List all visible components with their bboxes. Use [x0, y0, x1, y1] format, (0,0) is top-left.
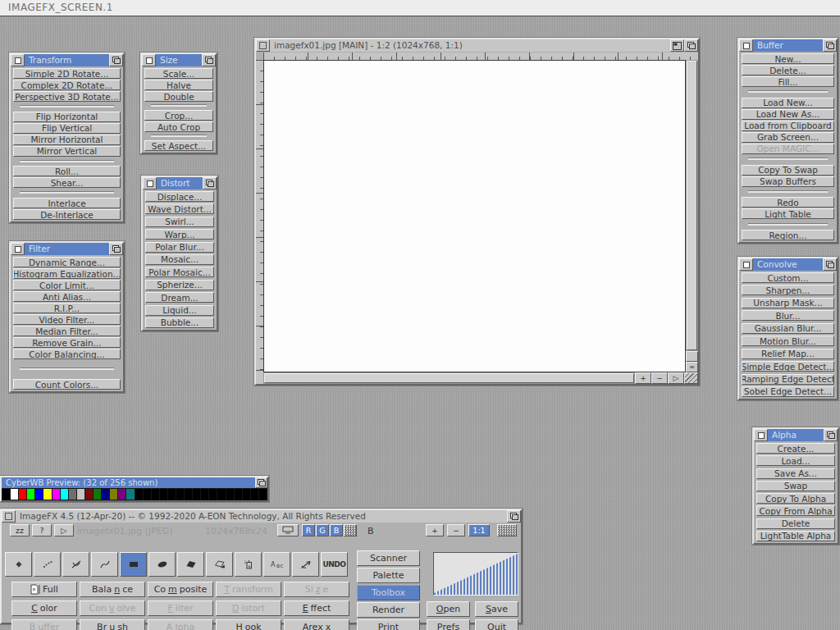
color-swatch[interactable]: [69, 489, 76, 500]
button-open-magic[interactable]: Open MAGIC...: [742, 144, 834, 154]
color-swatch[interactable]: [235, 489, 242, 500]
button-quit[interactable]: Quit: [475, 619, 518, 630]
button-shear[interactable]: Shear...: [13, 177, 121, 188]
button-light-table[interactable]: Light Table: [742, 208, 834, 219]
button-custom[interactable]: Custom...: [742, 272, 834, 283]
depth-icon[interactable]: [684, 39, 698, 52]
sleep-button[interactable]: zz: [10, 524, 30, 536]
point-tool-button[interactable]: [5, 552, 32, 577]
color-swatch[interactable]: [94, 489, 101, 500]
button-complex-2d-rotate[interactable]: Complex 2D Rotate...: [13, 80, 121, 90]
color-swatch[interactable]: [193, 489, 200, 500]
color-swatch[interactable]: [102, 489, 109, 500]
button-effect[interactable]: Effect: [284, 600, 349, 616]
button-warp[interactable]: Warp...: [145, 229, 214, 240]
button-perspective-3d-rotate[interactable]: Perspective 3D Rotate...: [13, 91, 121, 102]
color-swatch[interactable]: [52, 489, 60, 500]
zoom-in-button[interactable]: +: [635, 372, 651, 384]
zoom-gadget-icon[interactable]: [670, 39, 684, 52]
depth-icon[interactable]: [823, 39, 837, 52]
button-remove-grain[interactable]: Remove Grain...: [13, 337, 121, 348]
close-icon[interactable]: [739, 39, 753, 52]
screen-mode-icon[interactable]: ≡: [686, 362, 698, 372]
button-liquid[interactable]: Liquid...: [145, 305, 214, 316]
button-set-aspect[interactable]: Set Aspect...: [144, 140, 213, 151]
button-print[interactable]: Print: [357, 619, 420, 630]
button-bubble[interactable]: Bubble...: [145, 317, 214, 328]
button-create[interactable]: Create...: [756, 443, 835, 454]
undo-button[interactable]: UNDO: [321, 552, 348, 577]
button-render[interactable]: Render: [357, 602, 420, 618]
freehand-shape-tool-button[interactable]: [206, 552, 233, 577]
button-median-filter[interactable]: Median Filter...: [13, 326, 121, 336]
button-flip-horizontal[interactable]: Flip Horizontal: [13, 112, 121, 122]
button-buffer[interactable]: Buffer: [11, 619, 77, 630]
vertical-scrollbar-thumb[interactable]: [687, 61, 697, 350]
button-mirror-horizontal[interactable]: Mirror Horizontal: [13, 135, 121, 145]
button-auto-crop[interactable]: Auto Crop: [144, 121, 213, 132]
close-icon[interactable]: [143, 177, 157, 189]
color-swatch[interactable]: [243, 489, 250, 500]
polygon-tool-button[interactable]: [177, 552, 204, 577]
line-tool-button[interactable]: [62, 552, 89, 577]
button-load-new-as[interactable]: Load New As...: [742, 109, 834, 120]
button-save-as[interactable]: Save As...: [756, 468, 835, 479]
close-icon[interactable]: [11, 54, 25, 66]
color-swatch[interactable]: [176, 489, 184, 500]
button-wave-distort[interactable]: Wave Distort...: [145, 203, 214, 214]
button-transform[interactable]: Transform: [216, 582, 281, 597]
button-brush[interactable]: Brush: [80, 619, 145, 630]
button-hook[interactable]: Hook: [216, 619, 281, 630]
button-mosaic[interactable]: Mosaic...: [145, 254, 214, 265]
play-icon[interactable]: ▷: [54, 524, 74, 536]
button-dream[interactable]: Dream...: [145, 292, 214, 303]
vertical-scrollbar[interactable]: ≡: [686, 60, 698, 372]
button-gaussian-blur[interactable]: Gaussian Blur...: [742, 323, 834, 334]
depth-icon[interactable]: [203, 177, 217, 189]
button-delete[interactable]: Delete: [756, 518, 835, 529]
button-save[interactable]: Save: [475, 601, 518, 617]
horizontal-scrollbar-thumb[interactable]: [264, 373, 634, 383]
button-interlace[interactable]: Interlace: [13, 198, 121, 208]
red-channel-toggle[interactable]: R: [302, 524, 315, 536]
button-prefs[interactable]: Prefs: [427, 619, 470, 630]
button-delete[interactable]: Delete...: [742, 65, 834, 75]
button-distort[interactable]: Distort: [216, 600, 281, 616]
green-channel-toggle[interactable]: G: [316, 524, 329, 536]
button-blur[interactable]: Blur...: [742, 310, 834, 321]
close-icon[interactable]: [2, 510, 16, 523]
button-grab-screen[interactable]: Grab Screen...: [742, 132, 834, 143]
color-swatch[interactable]: [259, 489, 267, 500]
color-swatch[interactable]: [135, 489, 143, 500]
button-halve[interactable]: Halve: [144, 80, 213, 90]
close-icon[interactable]: [256, 39, 270, 52]
button-flip-vertical[interactable]: Flip Vertical: [13, 123, 121, 134]
button-palette[interactable]: Palette: [357, 568, 420, 583]
airbrush-tool-button[interactable]: a: [235, 552, 262, 577]
zoom-in-button[interactable]: +: [426, 524, 444, 536]
button-simple-edge-detect[interactable]: Simple Edge Detect...: [742, 361, 834, 372]
depth-icon[interactable]: [202, 54, 216, 66]
button-open[interactable]: Open: [427, 601, 470, 617]
button-alpha[interactable]: Alpha: [148, 619, 213, 630]
button-size[interactable]: Size: [284, 582, 349, 597]
color-swatch[interactable]: [118, 489, 126, 500]
box-tool-button[interactable]: [120, 552, 147, 577]
depth-icon[interactable]: [823, 258, 837, 271]
button-swirl[interactable]: Swirl...: [145, 217, 214, 227]
button-composite[interactable]: Composite: [148, 582, 213, 597]
zoom-out-button[interactable]: −: [447, 524, 465, 536]
help-button[interactable]: ?: [32, 524, 52, 536]
image-titlebar[interactable]: imagefx01.jpg [MAIN] - 1:2 (1024x768, 1:…: [256, 39, 698, 52]
freehand-tool-button[interactable]: [34, 552, 61, 577]
button-redo[interactable]: Redo: [742, 197, 834, 208]
color-swatch[interactable]: [110, 489, 117, 500]
button-scanner[interactable]: Scanner: [357, 550, 420, 566]
button-video-filter[interactable]: Video Filter...: [13, 314, 121, 325]
button-polar-mosaic[interactable]: Polar Mosaic...: [145, 267, 214, 277]
monitor-icon[interactable]: [277, 524, 299, 536]
button-swap-buffers[interactable]: Swap Buffers: [742, 176, 834, 187]
button-spherize[interactable]: Spherize...: [145, 280, 214, 290]
color-swatch[interactable]: [226, 489, 234, 500]
dither-toggle-icon[interactable]: [344, 524, 357, 536]
